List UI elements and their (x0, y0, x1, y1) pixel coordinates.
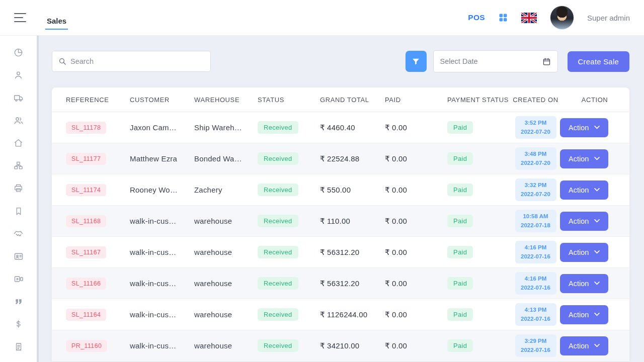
warehouse-cell: warehouse (194, 341, 258, 350)
warehouse-cell: Bonded Wa… (194, 154, 258, 163)
reference-badge: SL_11166 (66, 278, 106, 290)
sidebar-item-products[interactable] (0, 154, 37, 177)
grand-total-cell: ₹ 56312.20 (320, 248, 385, 257)
table-row: PR_11160 walk-in-cus… warehouse Received… (52, 330, 629, 361)
sidebar-item-media[interactable] (0, 267, 37, 290)
uk-flag-icon[interactable] (521, 13, 537, 23)
sidebar-item-bookmarks[interactable] (0, 200, 37, 222)
payment-status-badge: Paid (447, 277, 473, 290)
action-button[interactable]: Action (560, 118, 608, 137)
action-button-label: Action (569, 155, 589, 163)
hamburger-menu-icon[interactable] (14, 13, 26, 22)
created-on-badge: 4:16 PM2022-07-16 (515, 241, 556, 264)
printer-icon (14, 184, 23, 193)
table-row: SL_11166 walk-in-cus… warehouse Received… (52, 268, 629, 299)
chevron-down-icon (594, 188, 600, 192)
filter-button[interactable] (406, 51, 427, 72)
status-badge: Received (258, 215, 298, 227)
action-button[interactable]: Action (560, 180, 608, 200)
payment-status-badge: Paid (447, 215, 473, 227)
avatar[interactable] (550, 6, 574, 30)
tab-sales[interactable]: Sales (45, 6, 68, 30)
sidebar-item-users[interactable] (0, 109, 37, 132)
dollar-icon (14, 319, 23, 329)
sidebar-item-customers[interactable] (0, 64, 37, 86)
sidebar-item-deals[interactable] (0, 222, 37, 245)
bookmark-icon (14, 207, 23, 216)
status-badge: Received (258, 184, 298, 196)
search-box (52, 51, 211, 72)
created-on-badge: 3:29 PM2022-07-16 (515, 334, 556, 357)
created-on-badge: 4:16 PM2022-07-16 (515, 272, 556, 295)
customer-cell: walk-in-cus… (130, 341, 194, 350)
column-header-reference: REFERENCE (66, 96, 130, 104)
paid-cell: ₹ 0.00 (385, 154, 447, 163)
payment-status-badge: Paid (447, 246, 473, 258)
select-date-input[interactable] (440, 57, 542, 65)
warehouse-cell: Ship Wareh… (194, 123, 258, 132)
paid-cell: ₹ 0.00 (385, 341, 447, 350)
customer-cell: walk-in-cus… (130, 310, 194, 319)
sidebar-item-dashboard[interactable] (0, 41, 37, 64)
action-button[interactable]: Action (560, 243, 608, 262)
sidebar-item-suppliers[interactable] (0, 86, 37, 109)
sidebar-item-print[interactable] (0, 177, 37, 200)
customer-cell: walk-in-cus… (130, 279, 194, 288)
sidebar-item-payments[interactable] (0, 313, 37, 335)
handshake-icon (13, 228, 24, 239)
grand-total-cell: ₹ 110.00 (320, 217, 385, 226)
sidebar-item-quotes[interactable] (0, 290, 37, 313)
sidebar-item-cards[interactable] (0, 245, 37, 267)
paid-cell: ₹ 0.00 (385, 248, 447, 257)
created-on-badge: 3:32 PM2022-07-20 (515, 178, 556, 202)
apps-grid-icon[interactable] (498, 13, 508, 23)
truck-icon (14, 93, 24, 103)
reference-badge: SL_11167 (66, 246, 106, 258)
reference-badge: SL_11178 (66, 122, 106, 134)
created-on-badge: 10:58 AM2022-07-18 (515, 210, 556, 233)
column-header-action: ACTION (560, 96, 629, 104)
action-button-label: Action (569, 311, 589, 319)
paid-cell: ₹ 0.00 (385, 279, 447, 288)
action-button-label: Action (569, 248, 589, 256)
search-icon (58, 57, 66, 65)
action-button[interactable]: Action (560, 212, 608, 231)
action-button-label: Action (569, 342, 589, 350)
sales-table: REFERENCE CUSTOMER WAREHOUSE STATUS GRAN… (52, 87, 629, 361)
sidebar (0, 35, 39, 362)
action-button[interactable]: Action (560, 305, 608, 324)
search-input[interactable] (70, 57, 204, 65)
grand-total-cell: ₹ 4460.40 (320, 123, 385, 132)
action-button[interactable]: Action (560, 336, 608, 355)
pos-link[interactable]: POS (468, 13, 485, 22)
warehouse-cell: warehouse (194, 217, 258, 225)
customer-cell: walk-in-cus… (130, 217, 194, 225)
status-badge: Received (258, 152, 298, 165)
paid-cell: ₹ 0.00 (385, 310, 447, 319)
chevron-down-icon (594, 344, 600, 347)
user-name: Super admin (587, 14, 630, 22)
create-sale-button[interactable]: Create Sale (568, 51, 629, 72)
table-header-row: REFERENCE CUSTOMER WAREHOUSE STATUS GRAN… (52, 87, 629, 112)
column-header-payment-status: PAYMENT STATUS (447, 96, 511, 104)
reference-badge: SL_11168 (66, 215, 106, 227)
table-row: SL_11177 Matthew Ezra Bonded Wa… Receive… (52, 143, 629, 174)
status-badge: Received (258, 308, 298, 321)
payment-status-badge: Paid (447, 184, 473, 196)
paid-cell: ₹ 0.00 (385, 217, 447, 226)
payment-status-badge: Paid (447, 121, 473, 134)
action-button[interactable]: Action (560, 149, 608, 168)
toolbar: Create Sale (52, 50, 629, 72)
column-header-paid: PAID (385, 96, 447, 104)
created-on-badge: 3:52 PM2022-07-20 (515, 116, 556, 139)
sidebar-item-invoices[interactable] (0, 335, 37, 358)
created-on-badge: 3:48 PM2022-07-20 (515, 147, 556, 170)
sidebar-item-warehouse[interactable] (0, 132, 37, 154)
status-badge: Received (258, 246, 298, 258)
action-button[interactable]: Action (560, 274, 608, 293)
table-row: SL_11178 Jaxon Cam… Ship Wareh… Received… (52, 112, 629, 143)
calendar-icon[interactable] (542, 57, 551, 66)
customer-cell: Matthew Ezra (130, 154, 194, 163)
grand-total-cell: ₹ 56312.20 (320, 279, 385, 288)
warehouse-cell: warehouse (194, 279, 258, 288)
